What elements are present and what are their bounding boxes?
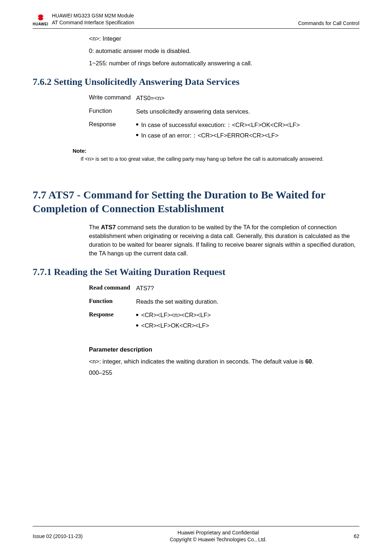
def-table-762: Write command ATS0=<n> Function Sets uns… — [89, 94, 359, 142]
footer-left: Issue 02 (2010-11-23) — [33, 533, 83, 539]
s77-cmd: ATS7 — [101, 224, 116, 230]
s77-post: command sets the duration to be waited b… — [89, 224, 356, 257]
note-title: Note: — [73, 147, 359, 155]
pd-p1-post: . — [312, 358, 314, 365]
pd-line-2: 000–255 — [89, 369, 359, 377]
response-bullet-error: In case of an error:：<CR><LF>ERROR<CR><L… — [136, 131, 359, 140]
page-footer: Issue 02 (2010-11-23) Huawei Proprietary… — [33, 526, 359, 543]
response-bullet-1: <CR><LF><n><CR><LF> — [136, 311, 359, 319]
header-left: HUAWEI HUAWEI MG323 GSM M2M Module AT Co… — [33, 12, 134, 26]
header-title-line2: AT Command Interface Specification — [52, 19, 134, 26]
label-read-command: Read command — [89, 284, 136, 291]
note-762: Note: If <n> is set to a too great value… — [73, 147, 359, 163]
pd-line-1: <n>: integer, which indicates the waitin… — [89, 357, 359, 366]
page-header: HUAWEI HUAWEI MG323 GSM M2M Module AT Co… — [33, 0, 359, 29]
footer-center-1: Huawei Proprietary and Confidential — [83, 529, 354, 536]
label-response-771: Response — [89, 311, 136, 318]
bullet-dot-icon — [136, 134, 138, 136]
footer-right: 62 — [354, 533, 359, 539]
param-n-type: <n>: Integer — [89, 34, 359, 43]
heading-7-7-1: 7.7.1 Reading the Set Waiting Duration R… — [33, 267, 359, 278]
heading-7-7: 7.7 ATS7 - Command for Setting the Durat… — [33, 188, 359, 215]
note-body: If <n> is set to a too great value, the … — [81, 155, 359, 163]
footer-center-2: Copyright © Huawei Technologies Co., Ltd… — [83, 536, 354, 543]
huawei-wordmark: HUAWEI — [33, 22, 48, 26]
huawei-petals-icon — [34, 12, 47, 22]
response-2-text: <CR><LF>OK<CR><LF> — [141, 321, 209, 330]
bullet-dot-icon — [136, 324, 138, 327]
value-function: Sets unsolicitedly answering data servic… — [136, 107, 359, 116]
s77-pre: The — [89, 224, 101, 230]
param-n-0: 0: automatic answer mode is disabled. — [89, 47, 359, 56]
header-title-line1: HUAWEI MG323 GSM M2M Module — [52, 12, 134, 19]
param-n-range: 1~255: number of rings before automatica… — [89, 59, 359, 68]
label-write-command: Write command — [89, 94, 136, 101]
value-function-771: Reads the set waiting duration. — [136, 297, 359, 306]
pd-p1-pre: <n>: integer, which indicates the waitin… — [89, 358, 305, 365]
response-1-text: <CR><LF><n><CR><LF> — [141, 311, 211, 319]
heading-7-6-2: 7.6.2 Setting Unsolicitedly Answering Da… — [33, 77, 359, 87]
response-bullet-2: <CR><LF>OK<CR><LF> — [136, 321, 359, 330]
footer-center: Huawei Proprietary and Confidential Copy… — [83, 529, 354, 543]
def-table-771: Read command ATS7? Function Reads the se… — [89, 284, 359, 332]
bullet-dot-icon — [136, 123, 138, 126]
value-response: In case of successful execution:：<CR><LF… — [136, 121, 359, 142]
response-bullet-ok: In case of successful execution:：<CR><LF… — [136, 121, 359, 129]
pd-p1-bold: 60 — [305, 358, 312, 365]
section-77-body: The ATS7 command sets the duration to be… — [89, 223, 359, 258]
value-write-command: ATS0=<n> — [136, 94, 359, 102]
label-response: Response — [89, 121, 136, 128]
bullet-dot-icon — [136, 314, 138, 316]
header-titles: HUAWEI MG323 GSM M2M Module AT Command I… — [52, 12, 134, 26]
label-function: Function — [89, 107, 136, 114]
response-ok-text: In case of successful execution:：<CR><LF… — [141, 121, 300, 129]
parameter-description-heading: Parameter description — [89, 346, 359, 353]
header-right: Commands for Call Control — [298, 20, 359, 26]
value-response-771: <CR><LF><n><CR><LF> <CR><LF>OK<CR><LF> — [136, 311, 359, 332]
value-read-command: ATS7? — [136, 284, 359, 292]
huawei-logo: HUAWEI — [33, 12, 48, 26]
response-error-text: In case of an error:：<CR><LF>ERROR<CR><L… — [141, 131, 278, 140]
label-function-771: Function — [89, 297, 136, 305]
